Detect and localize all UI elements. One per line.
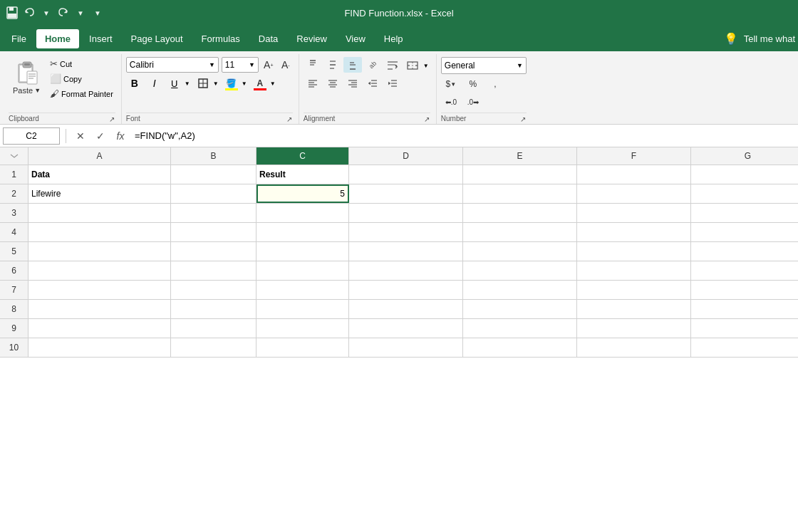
cell-e9[interactable] bbox=[463, 319, 577, 338]
font-name-select[interactable]: Calibri ▼ bbox=[126, 57, 219, 73]
cell-g2[interactable] bbox=[691, 184, 798, 203]
cell-b3[interactable] bbox=[171, 204, 256, 222]
menu-view[interactable]: View bbox=[337, 29, 374, 48]
save-icon[interactable] bbox=[6, 6, 19, 19]
row-number-5[interactable]: 5 bbox=[0, 242, 28, 261]
border-arrow[interactable]: ▼ bbox=[212, 75, 220, 92]
cell-b5[interactable] bbox=[171, 242, 256, 261]
percent-button[interactable]: % bbox=[463, 76, 483, 92]
menu-help[interactable]: Help bbox=[375, 29, 412, 48]
menu-file[interactable]: File bbox=[3, 29, 35, 48]
cell-c7[interactable] bbox=[256, 281, 349, 299]
row-number-1[interactable]: 1 bbox=[0, 165, 28, 184]
row-number-10[interactable]: 10 bbox=[0, 338, 28, 357]
cell-e4[interactable] bbox=[463, 223, 577, 241]
align-right-button[interactable] bbox=[343, 75, 362, 91]
row-number-9[interactable]: 9 bbox=[0, 319, 28, 338]
cell-d6[interactable] bbox=[349, 261, 463, 280]
cell-e10[interactable] bbox=[463, 338, 577, 357]
cell-f7[interactable] bbox=[577, 281, 691, 299]
font-color-button[interactable]: A bbox=[252, 75, 269, 92]
cell-e1[interactable] bbox=[463, 165, 577, 184]
cell-b8[interactable] bbox=[171, 300, 256, 318]
cell-a6[interactable] bbox=[28, 261, 171, 280]
cancel-formula-button[interactable]: ✕ bbox=[72, 127, 89, 145]
cell-e8[interactable] bbox=[463, 300, 577, 318]
undo-icon[interactable] bbox=[23, 6, 36, 19]
cell-e5[interactable] bbox=[463, 242, 577, 261]
col-header-e[interactable]: E bbox=[463, 147, 577, 165]
increase-decimal-button[interactable]: ⬅.0 bbox=[441, 94, 461, 110]
comma-button[interactable]: , bbox=[485, 76, 505, 92]
wrap-text-button[interactable] bbox=[383, 57, 402, 73]
row-number-7[interactable]: 7 bbox=[0, 281, 28, 299]
cell-f8[interactable] bbox=[577, 300, 691, 318]
cell-g4[interactable] bbox=[691, 223, 798, 241]
cell-b10[interactable] bbox=[171, 338, 256, 357]
customize-icon[interactable]: ▼ bbox=[91, 6, 104, 19]
italic-button[interactable]: I bbox=[146, 75, 163, 92]
cell-b7[interactable] bbox=[171, 281, 256, 299]
cell-c1[interactable]: Result bbox=[256, 165, 349, 184]
paste-button[interactable]: Paste ▼ bbox=[9, 57, 45, 98]
increase-indent-button[interactable] bbox=[383, 75, 402, 91]
menu-review[interactable]: Review bbox=[288, 29, 336, 48]
align-middle-button[interactable] bbox=[323, 57, 342, 73]
fill-color-button[interactable]: 🪣 bbox=[223, 75, 240, 92]
cell-f4[interactable] bbox=[577, 223, 691, 241]
cell-a9[interactable] bbox=[28, 319, 171, 338]
cell-a10[interactable] bbox=[28, 338, 171, 357]
menu-page-layout[interactable]: Page Layout bbox=[123, 29, 192, 48]
cell-g6[interactable] bbox=[691, 261, 798, 280]
cell-c5[interactable] bbox=[256, 242, 349, 261]
tell-me-what[interactable]: Tell me what bbox=[744, 33, 795, 44]
cell-f6[interactable] bbox=[577, 261, 691, 280]
row-number-3[interactable]: 3 bbox=[0, 204, 28, 222]
decrease-indent-button[interactable] bbox=[363, 75, 382, 91]
decrease-font-button[interactable]: A- bbox=[279, 58, 293, 72]
cell-f1[interactable] bbox=[577, 165, 691, 184]
col-header-d[interactable]: D bbox=[349, 147, 463, 165]
confirm-formula-button[interactable]: ✓ bbox=[92, 127, 109, 145]
col-header-b[interactable]: B bbox=[171, 147, 256, 165]
cell-a8[interactable] bbox=[28, 300, 171, 318]
cell-c9[interactable] bbox=[256, 319, 349, 338]
cell-a2[interactable]: Lifewire bbox=[28, 184, 171, 203]
col-header-c[interactable]: C bbox=[256, 147, 349, 165]
cell-d1[interactable] bbox=[349, 165, 463, 184]
cell-a3[interactable] bbox=[28, 204, 171, 222]
cell-g9[interactable] bbox=[691, 319, 798, 338]
cell-f10[interactable] bbox=[577, 338, 691, 357]
number-format-select[interactable]: General ▼ bbox=[441, 57, 527, 74]
font-color-arrow[interactable]: ▼ bbox=[269, 75, 277, 92]
cut-button[interactable]: ✂ Cut bbox=[48, 57, 115, 71]
cell-c8[interactable] bbox=[256, 300, 349, 318]
row-number-6[interactable]: 6 bbox=[0, 261, 28, 280]
alignment-expand-icon[interactable]: ↗ bbox=[423, 115, 430, 122]
cell-d8[interactable] bbox=[349, 300, 463, 318]
formula-input[interactable] bbox=[132, 127, 795, 145]
bold-button[interactable]: B bbox=[126, 75, 143, 92]
cell-g10[interactable] bbox=[691, 338, 798, 357]
align-top-button[interactable] bbox=[304, 57, 322, 73]
cell-c6[interactable] bbox=[256, 261, 349, 280]
decrease-decimal-button[interactable]: .0➡ bbox=[463, 94, 483, 110]
cell-f3[interactable] bbox=[577, 204, 691, 222]
cell-g5[interactable] bbox=[691, 242, 798, 261]
cell-c10[interactable] bbox=[256, 338, 349, 357]
undo-arrow-icon[interactable]: ▼ bbox=[40, 6, 53, 19]
clipboard-expand-icon[interactable]: ↗ bbox=[108, 115, 115, 122]
cell-d7[interactable] bbox=[349, 281, 463, 299]
cell-e2[interactable] bbox=[463, 184, 577, 203]
align-center-button[interactable] bbox=[323, 75, 342, 91]
number-expand-icon[interactable]: ↗ bbox=[519, 115, 527, 122]
row-number-2[interactable]: 2 bbox=[0, 184, 28, 203]
menu-insert[interactable]: Insert bbox=[81, 29, 121, 48]
underline-button[interactable]: U bbox=[166, 75, 183, 92]
cell-c4[interactable] bbox=[256, 223, 349, 241]
cell-d9[interactable] bbox=[349, 319, 463, 338]
cell-f2[interactable] bbox=[577, 184, 691, 203]
cell-d10[interactable] bbox=[349, 338, 463, 357]
increase-font-button[interactable]: A+ bbox=[261, 58, 276, 72]
cell-a5[interactable] bbox=[28, 242, 171, 261]
